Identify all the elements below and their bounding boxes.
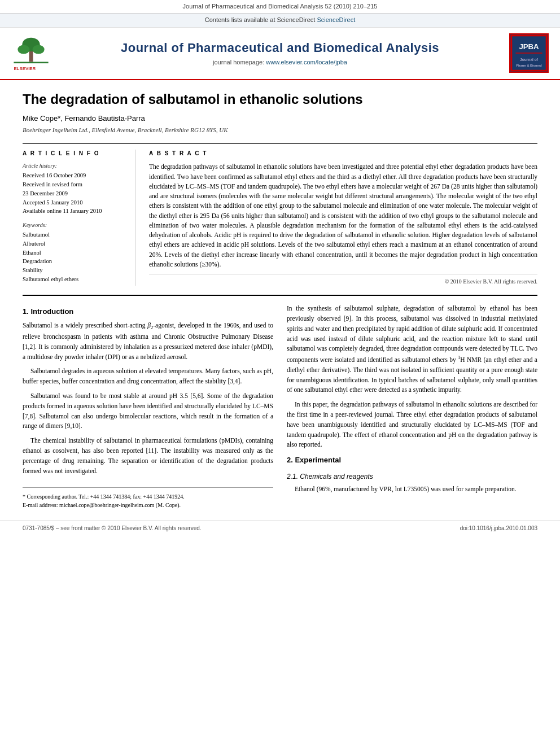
abstract-label: A B S T R A C T <box>149 150 537 158</box>
keyword-3: Ethanol <box>23 248 126 257</box>
keywords-label: Keywords: <box>23 221 126 229</box>
journal-citation-text: Journal of Pharmaceutical and Biomedical… <box>183 3 378 10</box>
sciencedirect-bar: Contents lists available at ScienceDirec… <box>0 14 560 27</box>
article-info-panel: A R T I C L E I N F O Article history: R… <box>23 150 135 286</box>
elsevier-logo: ELSEVIER <box>11 32 51 75</box>
keyword-2: Albuterol <box>23 239 126 248</box>
section1-heading: 1. Introduction <box>23 306 273 317</box>
homepage-url[interactable]: www.elsevier.com/locate/jpba <box>266 59 347 65</box>
main-content: The degradation of salbutamol in ethanol… <box>0 80 560 521</box>
body-col-right: In the synthesis of salbutamol sulphate,… <box>287 304 537 509</box>
sciencedirect-text: Contents lists available at ScienceDirec… <box>205 16 316 23</box>
body-para-r3: Ethanol (96%, manufactured by VPR, lot L… <box>287 484 537 495</box>
received-date: Received 16 October 2009 <box>23 171 126 180</box>
revised-date: 23 December 2009 <box>23 189 126 198</box>
abstract-panel: A B S T R A C T The degradation pathways… <box>149 150 537 286</box>
svg-point-4 <box>18 45 29 54</box>
history-label: Article history: <box>23 162 126 170</box>
homepage-label: journal homepage: <box>213 59 264 65</box>
journal-header: ELSEVIER Journal of Pharmaceutical and B… <box>0 28 560 80</box>
body-col-left: 1. Introduction Salbutamol is a widely p… <box>23 304 273 509</box>
abstract-text: The degradation pathways of salbutamol i… <box>149 162 537 269</box>
issn-text: 0731-7085/$ – see front matter © 2010 El… <box>23 525 202 532</box>
keyword-1: Salbutamol <box>23 230 126 239</box>
article-info-label: A R T I C L E I N F O <box>23 150 126 158</box>
sciencedirect-link[interactable]: ScienceDirect <box>317 16 355 23</box>
journal-title: Journal of Pharmaceutical and Biomedical… <box>59 40 501 57</box>
copyright-line: © 2010 Elsevier B.V. All rights reserved… <box>149 274 537 286</box>
article-title: The degradation of salbutamol in ethanol… <box>23 91 537 108</box>
svg-rect-1 <box>14 62 48 63</box>
body-para-4: The chemical instability of salbutamol i… <box>23 436 273 476</box>
body-section: 1. Introduction Salbutamol is a widely p… <box>23 295 537 509</box>
body-para-r1: In the synthesis of salbutamol sulphate,… <box>287 304 537 395</box>
authors-text: Mike Cope*, Fernando Bautista-Parra <box>23 114 145 123</box>
footnote-area: * Corresponding author. Tel.: +44 1344 7… <box>23 487 273 509</box>
journal-title-section: Journal of Pharmaceutical and Biomedical… <box>59 40 501 67</box>
jpba-logo-image: JPBA Journal of Pharm & Biomed <box>509 33 549 73</box>
authors-line: Mike Cope*, Fernando Bautista-Parra <box>23 113 537 124</box>
doi-text: doi:10.1016/j.jpba.2010.01.003 <box>460 525 537 532</box>
body-para-2: Salbutamol degrades in aqueous solution … <box>23 366 273 387</box>
section2-heading: 2. Experimental <box>287 455 537 466</box>
section2-1-heading: 2.1. Chemicals and reagents <box>287 471 537 482</box>
body-para-r2: In this paper, the degradation pathways … <box>287 400 537 450</box>
svg-point-5 <box>33 45 45 54</box>
svg-text:Pharm & Biomed: Pharm & Biomed <box>516 64 542 67</box>
accepted-date: Accepted 5 January 2010 <box>23 198 126 207</box>
available-date: Available online 11 January 2010 <box>23 207 126 216</box>
svg-text:Journal of: Journal of <box>520 58 539 62</box>
keyword-4: Degradation <box>23 257 126 266</box>
journal-citation-bar: Journal of Pharmaceutical and Biomedical… <box>0 0 560 14</box>
keyword-6: Salbutamol ethyl ethers <box>23 275 126 284</box>
email-note: E-mail address: michael.cope@boehringer-… <box>23 501 273 509</box>
revised-label: Received in revised form <box>23 180 126 189</box>
body-para-1: Salbutamol is a widely prescribed short-… <box>23 321 273 362</box>
corresponding-author-note: * Corresponding author. Tel.: +44 1344 7… <box>23 492 273 501</box>
affiliation-text: Boehringer Ingelheim Ltd., Ellesfield Av… <box>23 126 537 134</box>
body-para-3: Salbutamol was found to be most stable a… <box>23 391 273 431</box>
journal-homepage: journal homepage: www.elsevier.com/locat… <box>59 58 501 67</box>
keywords-section: Keywords: Salbutamol Albuterol Ethanol D… <box>23 221 126 284</box>
bottom-bar: 0731-7085/$ – see front matter © 2010 El… <box>0 521 560 536</box>
svg-text:JPBA: JPBA <box>519 43 539 51</box>
keyword-5: Stability <box>23 266 126 275</box>
svg-text:ELSEVIER: ELSEVIER <box>14 65 36 71</box>
info-abstract-section: A R T I C L E I N F O Article history: R… <box>23 143 537 286</box>
